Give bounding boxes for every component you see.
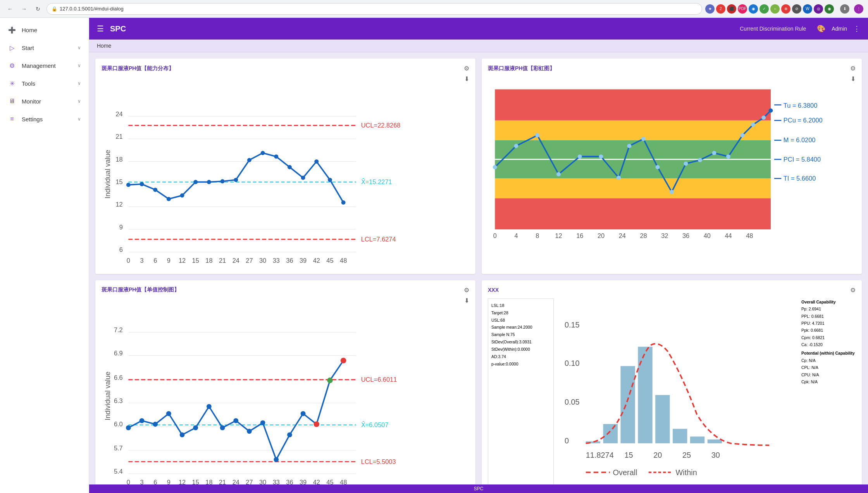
ext-9[interactable]: W xyxy=(803,4,812,14)
chart-capability-analysis: XXX ⚙ LSL:18 Target:28 USL:68 Sample mea… xyxy=(482,280,862,484)
svg-text:33: 33 xyxy=(273,478,280,484)
svg-point-41 xyxy=(167,197,171,201)
stat-ad: AD:3.74 xyxy=(491,353,550,360)
ext-1[interactable]: ★ xyxy=(705,4,715,14)
svg-point-69 xyxy=(641,137,646,141)
svg-point-66 xyxy=(599,154,603,159)
svg-rect-169 xyxy=(708,440,722,443)
svg-text:32: 32 xyxy=(661,232,668,239)
svg-text:18: 18 xyxy=(116,156,123,163)
ext-4[interactable]: ◉ xyxy=(749,4,758,14)
svg-text:48: 48 xyxy=(340,257,347,264)
svg-point-147 xyxy=(207,404,212,409)
svg-text:X̄=6.0507: X̄=6.0507 xyxy=(361,421,389,428)
chart1-header: 斑果口服液PH值【能力分布】 ⚙ xyxy=(102,65,469,72)
stat-lsl: LSL:18 xyxy=(491,302,550,309)
svg-text:48: 48 xyxy=(340,478,347,484)
ext-10[interactable]: ◎ xyxy=(814,4,823,14)
cap-cp: Cp: N/A xyxy=(801,357,856,364)
chart1-container: ⬇ Individual value 6 9 12 15 18 21 24 xyxy=(102,75,469,268)
chart2-download-button[interactable]: ⬇ xyxy=(851,75,856,83)
svg-point-150 xyxy=(247,429,252,434)
chart3-gear-button[interactable]: ⚙ xyxy=(464,286,469,294)
main-content: 斑果口服液PH值【能力分布】 ⚙ ⬇ Individual value 6 9 xyxy=(89,52,868,484)
back-button[interactable]: ← xyxy=(5,3,16,14)
ext-5[interactable]: ✓ xyxy=(760,4,769,14)
ext-more[interactable]: ⋮ xyxy=(854,4,863,14)
chart3-header: 斑果口服液PH值【单值控制图】 ⚙ xyxy=(102,286,469,294)
svg-text:0.05: 0.05 xyxy=(565,398,580,406)
svg-point-76 xyxy=(741,133,745,138)
ext-2[interactable]: 2 xyxy=(716,4,725,14)
more-menu-button[interactable]: ⋮ xyxy=(853,24,860,33)
svg-text:39: 39 xyxy=(300,478,307,484)
svg-text:0: 0 xyxy=(565,436,569,445)
forward-button[interactable]: → xyxy=(19,3,29,14)
svg-text:M = 6.0200: M = 6.0200 xyxy=(784,136,816,143)
svg-text:12: 12 xyxy=(179,478,186,484)
url-text: 127.0.0.1:5001/#mdui-dialog xyxy=(60,6,124,12)
app-title: SPC xyxy=(110,24,734,33)
svg-point-72 xyxy=(684,162,688,166)
svg-text:36: 36 xyxy=(682,232,689,239)
svg-text:25: 25 xyxy=(682,451,691,459)
svg-text:45: 45 xyxy=(326,257,333,264)
svg-point-145 xyxy=(180,432,185,437)
chart4-header: XXX ⚙ xyxy=(488,286,856,294)
svg-text:0: 0 xyxy=(127,478,130,484)
sidebar-item-management[interactable]: ⚙ Management ∨ xyxy=(0,57,89,74)
ext-11[interactable]: ◉ xyxy=(825,4,834,14)
svg-point-75 xyxy=(726,154,730,159)
svg-rect-167 xyxy=(673,429,687,443)
stat-std-within: StDev(Within):0.0000 xyxy=(491,346,550,353)
chart2-gear-button[interactable]: ⚙ xyxy=(850,65,856,72)
chart4-stats-box: LSL:18 Target:28 USL:68 Sample mean:24.2… xyxy=(488,298,554,484)
svg-text:45: 45 xyxy=(326,478,333,484)
ext-download[interactable]: ⬇ xyxy=(840,4,849,14)
stat-target: Target:28 xyxy=(491,309,550,317)
lock-icon: 🔒 xyxy=(52,6,57,12)
address-bar[interactable]: 🔒 127.0.0.1:5001/#mdui-dialog xyxy=(46,3,702,15)
svg-text:6: 6 xyxy=(119,246,123,253)
svg-text:24: 24 xyxy=(619,232,626,239)
chart-capability-distribution: 斑果口服液PH值【能力分布】 ⚙ ⬇ Individual value 6 9 xyxy=(95,59,475,274)
ext-6[interactable]: ○ xyxy=(770,4,780,14)
svg-text:6.9: 6.9 xyxy=(114,350,123,357)
chart4-histogram: 0.15 0.10 0.05 0 xyxy=(557,298,798,484)
svg-rect-56 xyxy=(495,121,771,140)
sidebar-item-home[interactable]: ➕ Home xyxy=(0,21,89,39)
sidebar-item-monitor[interactable]: 🖥 Monitor ∨ xyxy=(0,92,89,110)
menu-button[interactable]: ☰ xyxy=(97,24,104,33)
svg-text:0.10: 0.10 xyxy=(565,359,580,367)
svg-text:PCI = 5.8400: PCI = 5.8400 xyxy=(784,156,821,163)
sidebar-item-settings[interactable]: ≡ Settings ∨ xyxy=(0,110,89,128)
stat-sample-n: Sample N:75 xyxy=(491,331,550,338)
svg-text:33: 33 xyxy=(273,257,280,264)
svg-point-39 xyxy=(140,182,144,186)
reload-button[interactable]: ↻ xyxy=(33,3,43,14)
chart1-download-button[interactable]: ⬇ xyxy=(464,75,469,83)
cap-ca: Ca: -0.1520 xyxy=(801,341,856,348)
ext-pdf[interactable]: PDF xyxy=(738,4,747,14)
palette-button[interactable]: 🎨 xyxy=(817,24,825,33)
ext-3[interactable]: ⬛ xyxy=(727,4,736,14)
svg-point-74 xyxy=(712,151,716,155)
chart3-download-button[interactable]: ⬇ xyxy=(464,297,469,304)
chart2-title: 斑果口服液PH值【彩虹图】 xyxy=(488,65,555,72)
svg-text:36: 36 xyxy=(286,257,293,264)
chart1-gear-button[interactable]: ⚙ xyxy=(464,65,469,72)
svg-text:24: 24 xyxy=(232,257,239,264)
svg-text:30: 30 xyxy=(259,257,266,264)
svg-point-49 xyxy=(274,154,278,159)
svg-text:PCu = 6.2000: PCu = 6.2000 xyxy=(784,117,823,124)
chart4-gear-button[interactable]: ⚙ xyxy=(850,286,856,294)
cap-ppk: Ppk: 0.6681 xyxy=(801,327,856,334)
ext-8[interactable]: ⊘ xyxy=(792,4,801,14)
cap-overall-title: Overall Capability xyxy=(801,298,856,305)
sidebar-item-start[interactable]: ▷ Start ∨ xyxy=(0,39,89,57)
chart4-capability-box: Overall Capability Pp: 2.6941 PPL: 0.668… xyxy=(801,298,856,484)
sidebar-item-tools[interactable]: ✳ Tools ∨ xyxy=(0,74,89,92)
svg-text:44: 44 xyxy=(725,232,732,239)
ext-7[interactable]: ⊗ xyxy=(781,4,790,14)
svg-point-65 xyxy=(578,154,582,159)
